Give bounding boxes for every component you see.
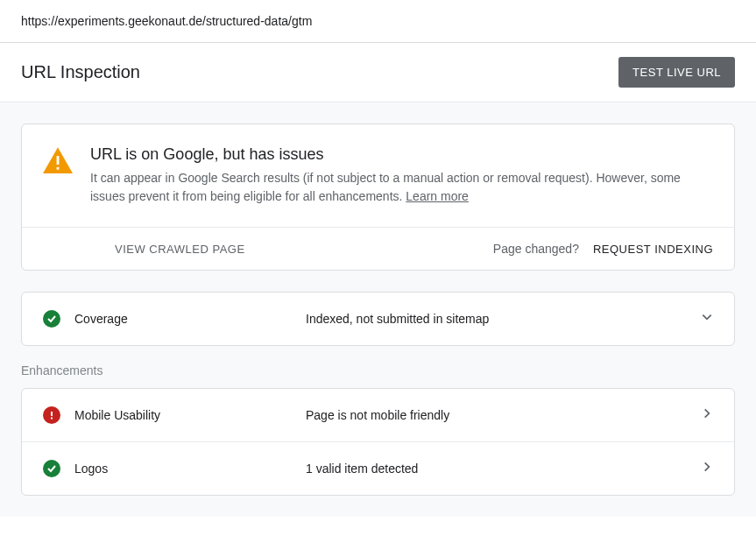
warning-icon [43, 147, 73, 177]
svg-rect-3 [51, 418, 53, 420]
page-title: URL Inspection [21, 62, 140, 82]
error-icon [43, 406, 60, 424]
status-card: URL is on Google, but has issues It can … [21, 123, 735, 271]
enhancements-label: Enhancements [21, 363, 735, 377]
view-crawled-page-button[interactable]: VIEW CRAWLED PAGE [115, 243, 245, 256]
status-text-block: URL is on Google, but has issues It can … [90, 145, 713, 206]
logos-row[interactable]: Logos 1 valid item detected [22, 441, 734, 495]
url-bar[interactable]: https://experiments.geekonaut.de/structu… [0, 0, 756, 43]
coverage-card: Coverage Indexed, not submitted in sitem… [21, 292, 735, 346]
row-value: Page is not mobile friendly [306, 408, 692, 422]
url-text: https://experiments.geekonaut.de/structu… [21, 14, 312, 28]
row-label: Mobile Usability [74, 408, 306, 422]
check-icon [43, 460, 60, 477]
footer-right-group: Page changed? REQUEST INDEXING [493, 242, 713, 256]
svg-rect-0 [57, 156, 60, 165]
status-title: URL is on Google, but has issues [90, 145, 713, 164]
mobile-usability-row[interactable]: Mobile Usability Page is not mobile frie… [22, 389, 734, 441]
request-indexing-button[interactable]: REQUEST INDEXING [593, 243, 713, 256]
chevron-down-icon [701, 311, 713, 327]
coverage-label: Coverage [74, 312, 306, 326]
enhancements-card: Mobile Usability Page is not mobile frie… [21, 388, 735, 496]
content-area: URL is on Google, but has issues It can … [0, 102, 756, 517]
page-changed-label: Page changed? [493, 242, 579, 256]
learn-more-link[interactable]: Learn more [406, 189, 469, 203]
row-value: 1 valid item detected [306, 462, 692, 476]
page-header: URL Inspection TEST LIVE URL [0, 43, 756, 102]
status-description: It can appear in Google Search results (… [90, 169, 713, 206]
status-card-footer: VIEW CRAWLED PAGE Page changed? REQUEST … [22, 227, 734, 270]
row-label: Logos [74, 462, 306, 476]
coverage-value: Indexed, not submitted in sitemap [306, 312, 692, 326]
svg-rect-2 [51, 412, 53, 416]
coverage-row[interactable]: Coverage Indexed, not submitted in sitem… [22, 293, 734, 345]
chevron-right-icon [701, 407, 713, 423]
check-icon [43, 310, 60, 328]
status-card-body: URL is on Google, but has issues It can … [22, 124, 734, 227]
test-live-url-button[interactable]: TEST LIVE URL [618, 57, 735, 88]
chevron-right-icon [701, 461, 713, 476]
svg-rect-1 [57, 167, 60, 170]
